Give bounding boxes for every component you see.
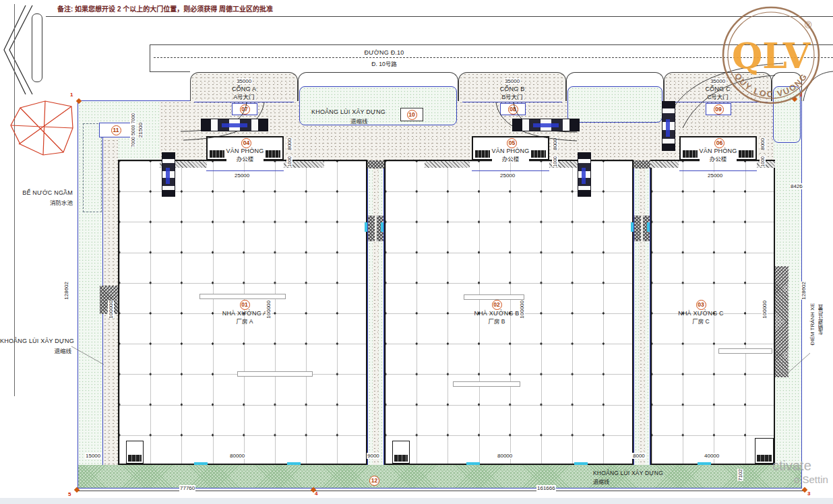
equipment-bar (453, 381, 520, 387)
front-setback-dim: 15000 (85, 453, 101, 459)
dock-mark (194, 462, 208, 465)
truck-label (222, 123, 247, 127)
water-tank-label-vi: BỂ NƯỚC NGẦM (5, 189, 73, 196)
gate-a-labels: 35000 CỔNG A A号大门 (190, 73, 298, 100)
office-b-dimline (472, 170, 549, 171)
plan-note: 备注: 如果您想开设 2 个以上的大门位置，则必须获得 周德工业区的批准 (57, 3, 273, 13)
compass-icon (7, 97, 78, 164)
office-a-width-dim: 25000 (234, 172, 250, 179)
circle-05: 05 (507, 138, 517, 148)
office-c-name-vi: VĂN PHÒNG (681, 148, 755, 154)
equipment-bar (237, 371, 313, 377)
office-a-name-vi: VĂN PHÒNG (208, 148, 282, 154)
circle-01: 01 (240, 300, 250, 310)
green-island-2 (567, 86, 662, 123)
south-setback-band (78, 465, 801, 488)
road-name-vi: ĐƯỜNG Đ.10 (350, 49, 418, 56)
warehouse-depth-dim: 100000 (266, 301, 272, 319)
dock-mark (574, 462, 588, 465)
qlv-logo: QLV ® QUY LOC VUONG (714, 3, 828, 109)
gate-b-dim: 35000 (504, 78, 520, 84)
truck-label (533, 123, 559, 127)
office-a: 04 VĂN PHÒNG 办公楼 (206, 136, 284, 160)
dock-mark (287, 462, 301, 465)
corridor-ab-top-pad (367, 160, 384, 168)
office-a-depth-dim: 8000 (286, 138, 292, 150)
qlv-logo-reg: ® (805, 20, 812, 30)
car-avoid-label-vi: ĐIỂM TRÁNH XE (809, 303, 815, 346)
dock-mark (466, 462, 480, 465)
corridor-bc-path (639, 160, 645, 465)
dock-mark (698, 462, 711, 465)
warehouse-c-width-dim: 40000 (704, 453, 720, 459)
warehouse-c-name-vi: NHÀ XƯỞNG C (664, 310, 738, 317)
south-setback-label-vi: KHOẢNG LÙI XÂY DỰNG (593, 470, 663, 476)
circle-07: 07 (240, 104, 250, 115)
office-c-offset-dim: 1000 (760, 156, 766, 167)
office-a-offset-dim: 1000 (286, 156, 292, 167)
office-c-dimline (679, 170, 757, 171)
qlv-logo-text: QLV (732, 35, 811, 76)
green-island-1 (299, 86, 457, 125)
bottom-strip (0, 498, 833, 504)
south-offset-dim: 7102 (737, 469, 743, 481)
corridor-bc-dim: 8000 (632, 453, 646, 459)
water-tank-label-cn: 消防水池 (5, 198, 73, 206)
circle-06: 06 (714, 138, 724, 148)
stair-room-c (755, 438, 774, 464)
dock-mark (381, 222, 383, 232)
office-b-offset-dim: 1000 (552, 156, 558, 167)
survey-point (802, 487, 807, 493)
office-c-name-cn: 办公楼 (700, 154, 737, 162)
stair-room-a (126, 441, 144, 464)
office-b-width-dim: 25000 (499, 172, 516, 179)
total-left-dim: 77760 (179, 485, 195, 491)
truck-lane-b (578, 152, 591, 197)
gate-a-dim: 35000 (236, 78, 252, 84)
warehouse-c-name-cn: 厂房 C (664, 317, 738, 325)
office-b-name-vi: VĂN PHÒNG (473, 148, 548, 154)
warehouse-depth-dim: 100000 (519, 301, 525, 319)
truck-gate-c (662, 101, 675, 151)
corridor-ab-dim: 9000 (367, 453, 380, 459)
north-sub-dims: 7000 5000 7000 (130, 113, 136, 148)
office-c-width-dim: 25000 (707, 172, 723, 179)
circle-04: 04 (241, 138, 251, 148)
west-setback-label-vi: KHOẢNG LÙI XÂY DỰNG (0, 338, 71, 344)
office-b-depth-dim: 8000 (552, 138, 558, 150)
dock-mark (631, 222, 634, 232)
east-pad (775, 266, 789, 377)
office-a-name-cn: 办公楼 (226, 154, 264, 162)
south-setback-label-cn: 退缩线 (593, 478, 609, 485)
east-offset-dim: 8426 (790, 183, 803, 189)
truck-label (582, 168, 586, 184)
total-right-dim: 161666 (536, 485, 556, 491)
west-setback-label-cn: 退缩线 (0, 346, 71, 354)
gate-a-keybox: 07 (232, 103, 257, 115)
corridor-ab-pad-left (368, 216, 375, 241)
corridor-bc-top-pad (634, 160, 650, 168)
corridor-bc-pad-left (634, 216, 641, 241)
hatch-b-left (425, 161, 470, 168)
dock-mark (647, 222, 650, 232)
gate-b-dimline (462, 102, 562, 102)
truck-label (666, 119, 670, 137)
office-c: 06 VĂN PHÒNG 办公楼 (679, 136, 757, 160)
office-b-name-cn: 办公楼 (492, 154, 529, 162)
gate-a-name-cn: A号大门 (190, 92, 298, 100)
site-plan-canvas: 备注: 如果您想开设 2 个以上的大门位置，则必须获得 周德工业区的批准 ĐƯỜ… (0, 0, 833, 504)
activation-watermark-line1: ctivate (772, 458, 811, 474)
truck-gate-b (512, 119, 580, 131)
east-height-dim: 128602 (801, 282, 807, 300)
warehouse-c-label: 03 NHÀ XƯỞNG C 厂房 C (664, 297, 738, 325)
gate-b-name-cn: B号大门 (458, 92, 566, 100)
gate-a-name-vi: CỔNG A (190, 86, 298, 92)
survey-marker-5: 5 (68, 491, 71, 497)
gate-b-labels: 35000 CỔNG B B号大门 (458, 73, 566, 100)
gate-b-keybox: 08 (500, 103, 526, 115)
office-a-dimline (206, 170, 284, 171)
setback-top-keybox: 10 (400, 108, 423, 121)
hatch-c-left (650, 161, 679, 168)
road-name-cn: Đ. 10号路 (357, 59, 411, 67)
warehouse-b-width-dim: 80000 (497, 453, 513, 459)
